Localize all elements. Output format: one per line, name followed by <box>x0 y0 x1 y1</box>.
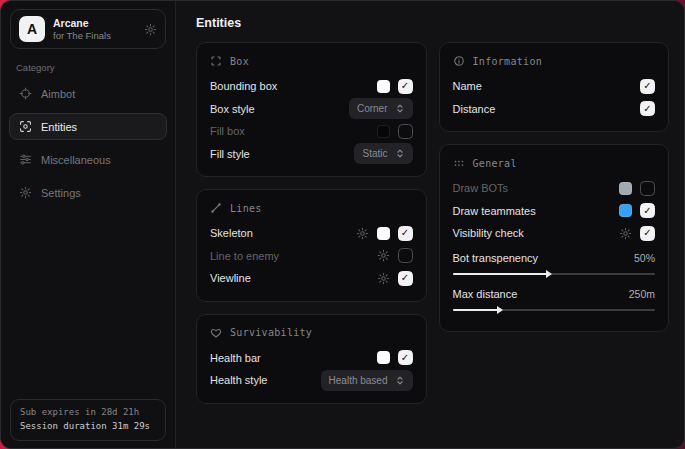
color-swatch[interactable] <box>377 227 390 240</box>
setting-label: Skeleton <box>210 227 253 239</box>
slider-value: 250m <box>629 288 655 300</box>
sidebar-item-entities[interactable]: Entities <box>9 113 167 140</box>
page-title: Entities <box>196 16 669 30</box>
sidebar-item-label: Miscellaneous <box>41 154 111 166</box>
setting-label: Bounding box <box>210 80 277 92</box>
bot-transparency-control: Bot transpenency 50% <box>453 248 656 275</box>
slider-fill <box>453 309 500 311</box>
app-settings-gear-icon[interactable] <box>144 23 157 36</box>
app-logo: A <box>19 16 45 42</box>
box-section-header: Box <box>210 55 413 67</box>
color-swatch[interactable] <box>377 80 390 93</box>
color-swatch[interactable] <box>619 182 632 195</box>
section-title: Survivability <box>230 327 312 338</box>
unfold-icon <box>395 103 405 114</box>
checkbox[interactable] <box>398 226 413 241</box>
checkbox[interactable] <box>398 79 413 94</box>
box-style-dropdown[interactable]: Corner <box>349 98 413 119</box>
setting-label: Fill box <box>210 125 245 137</box>
category-label: Category <box>16 62 175 73</box>
setting-row-skeleton: Skeleton <box>210 222 413 245</box>
setting-label: Bot transpenency <box>453 252 539 264</box>
information-section: Information Name Distance <box>439 42 670 132</box>
slider-fill <box>453 273 548 275</box>
unfold-icon <box>395 375 405 386</box>
section-title: General <box>473 158 517 169</box>
sliders-icon <box>19 153 32 166</box>
dropdown-value: Corner <box>357 103 388 114</box>
sub-expires-text: Sub expires in 28d 21h <box>20 406 156 420</box>
app-header-card: A Arcane for The Finals <box>10 9 166 49</box>
section-title: Information <box>473 56 543 67</box>
setting-label: Fill style <box>210 148 250 160</box>
information-section-header: Information <box>453 55 656 67</box>
main-panel: Entities Box Bounding box <box>176 1 684 448</box>
checkbox[interactable] <box>640 226 655 241</box>
fill-style-dropdown[interactable]: Static <box>354 143 412 164</box>
session-duration-text: Session duration 31m 29s <box>20 420 156 434</box>
max-distance-control: Max distance 250m <box>453 284 656 311</box>
heart-icon <box>210 327 222 339</box>
setting-label: Draw teammates <box>453 205 536 217</box>
setting-label: Health style <box>210 374 267 386</box>
sidebar-item-aimbot[interactable]: Aimbot <box>9 80 167 107</box>
setting-row-name: Name <box>453 75 656 98</box>
checkbox[interactable] <box>398 350 413 365</box>
setting-label: Box style <box>210 103 255 115</box>
setting-label: Health bar <box>210 352 261 364</box>
setting-label: Max distance <box>453 288 518 300</box>
color-swatch[interactable] <box>619 204 632 217</box>
lines-section-header: Lines <box>210 202 413 214</box>
color-swatch[interactable] <box>377 351 390 364</box>
unfold-icon <box>395 148 405 159</box>
sidebar-nav: Aimbot Entities Miscellaneous Settings <box>1 77 175 209</box>
box-section: Box Bounding box Box style Corner <box>196 42 427 177</box>
setting-row-health-style: Health style Health based <box>210 369 413 392</box>
setting-label: Distance <box>453 103 496 115</box>
setting-label: Viewline <box>210 272 251 284</box>
setting-label: Draw BOTs <box>453 182 509 194</box>
crosshair-icon <box>19 87 32 100</box>
health-style-dropdown[interactable]: Health based <box>321 370 413 391</box>
checkbox[interactable] <box>398 124 413 139</box>
survivability-section-header: Survivability <box>210 327 413 339</box>
survivability-section: Survivability Health bar Health style He… <box>196 314 427 404</box>
slider-thumb[interactable] <box>546 270 552 278</box>
setting-row-fill-box: Fill box <box>210 120 413 143</box>
checkbox[interactable] <box>640 203 655 218</box>
gear-icon[interactable] <box>377 272 390 285</box>
sidebar-item-miscellaneous[interactable]: Miscellaneous <box>9 146 167 173</box>
checkbox[interactable] <box>640 101 655 116</box>
color-swatch[interactable] <box>377 125 390 138</box>
max-distance-slider[interactable] <box>453 309 656 311</box>
checkbox[interactable] <box>398 248 413 263</box>
sidebar-item-label: Settings <box>41 187 81 199</box>
checkbox[interactable] <box>640 181 655 196</box>
general-section: General Draw BOTs Draw teammates <box>439 144 670 332</box>
dropdown-value: Health based <box>329 375 388 386</box>
gear-icon[interactable] <box>377 249 390 262</box>
setting-row-viewline: Viewline <box>210 267 413 290</box>
setting-row-fill-style: Fill style Static <box>210 143 413 166</box>
section-title: Lines <box>230 203 262 214</box>
checkbox[interactable] <box>640 79 655 94</box>
gear-icon[interactable] <box>356 227 369 240</box>
app-name: Arcane <box>53 17 111 30</box>
sidebar: A Arcane for The Finals Category Aimbot <box>1 1 176 448</box>
setting-row-draw-bots: Draw BOTs <box>453 177 656 200</box>
gear-icon <box>19 186 32 199</box>
gear-icon[interactable] <box>619 227 632 240</box>
left-column: Box Bounding box Box style Corner <box>196 42 427 404</box>
slider-thumb[interactable] <box>497 306 503 314</box>
columns: Box Bounding box Box style Corner <box>196 42 669 404</box>
app-logo-letter: A <box>27 21 37 37</box>
grid-dots-icon <box>453 157 465 169</box>
information-icon <box>453 55 465 67</box>
bot-transparency-slider[interactable] <box>453 273 656 275</box>
sidebar-item-settings[interactable]: Settings <box>9 179 167 206</box>
dropdown-value: Static <box>362 148 387 159</box>
setting-row-box-style: Box style Corner <box>210 98 413 121</box>
setting-row-visibility-check: Visibility check <box>453 222 656 245</box>
checkbox[interactable] <box>398 271 413 286</box>
lines-section: Lines Skeleton Line to enemy <box>196 189 427 302</box>
